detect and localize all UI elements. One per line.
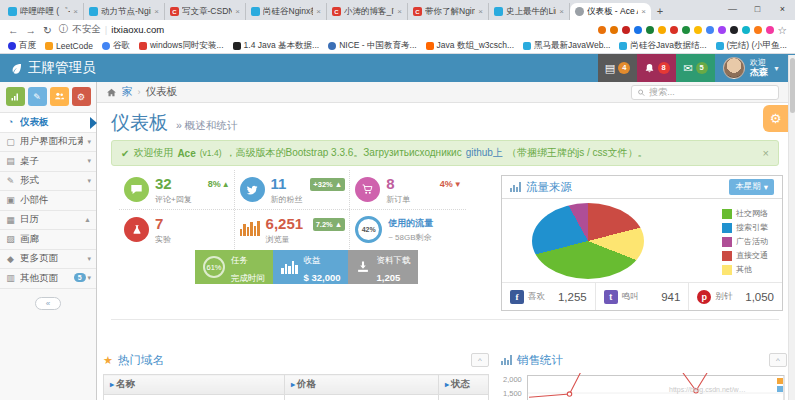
forward-icon[interactable]: → bbox=[26, 24, 37, 36]
edit-shortcut-button[interactable]: ✎ bbox=[28, 87, 47, 106]
new-tab-button[interactable]: + bbox=[651, 3, 669, 20]
sidebar-item-ui-elements[interactable]: ▢用户界面和元素▾ bbox=[0, 133, 96, 153]
dashboard-icon: ◔ bbox=[5, 117, 16, 127]
bookmark-item[interactable]: (完结) (小甲鱼... bbox=[716, 40, 787, 52]
column-header-name[interactable]: ▸名称 bbox=[104, 375, 285, 395]
extension-icon[interactable] bbox=[706, 26, 714, 34]
browser-tab[interactable]: 动力节点-Nginx-...× bbox=[84, 3, 165, 20]
column-header-status[interactable]: ▸状态 bbox=[438, 375, 488, 395]
users-shortcut-button[interactable] bbox=[50, 87, 69, 106]
alert-close-icon[interactable]: × bbox=[763, 147, 769, 159]
period-select-button[interactable]: 本星期▾ bbox=[729, 179, 774, 195]
github-link[interactable]: github上 bbox=[466, 146, 503, 160]
welcome-alert: ✔ 欢迎使用 Ace (v1.4) ，高级版本的Bootstrap 3.3.6。… bbox=[111, 140, 779, 166]
extension-icon[interactable] bbox=[730, 26, 738, 34]
sidebar-item-widgets[interactable]: ▣小部件 bbox=[0, 191, 96, 211]
close-icon[interactable]: × bbox=[154, 7, 159, 16]
legend-swatch bbox=[777, 386, 783, 392]
legend-swatch bbox=[722, 223, 732, 233]
close-icon[interactable]: × bbox=[397, 7, 402, 16]
close-icon[interactable]: × bbox=[641, 7, 646, 16]
search-input[interactable] bbox=[649, 87, 773, 97]
browser-tab[interactable]: 哔哩哔哩 (゜-゜)つ× bbox=[3, 3, 84, 20]
window-close-button[interactable]: × bbox=[770, 0, 795, 20]
close-icon[interactable]: × bbox=[478, 7, 483, 16]
bookmark-item[interactable]: windows同时安装... bbox=[139, 40, 224, 52]
sidebar-collapse-button[interactable]: « bbox=[35, 297, 61, 310]
tasks-button[interactable]: ▤ 4 bbox=[598, 54, 637, 82]
close-icon[interactable]: × bbox=[316, 7, 321, 16]
sidebar-item-dashboard[interactable]: ◔ 仪表板 bbox=[0, 113, 96, 133]
extension-icon[interactable] bbox=[598, 26, 606, 34]
tab-title: 写文章-CSDN博客 bbox=[182, 6, 232, 18]
bookmark-item[interactable]: 尚硅谷Java数据结... bbox=[619, 40, 706, 52]
close-icon[interactable]: × bbox=[559, 7, 564, 16]
collapse-button[interactable]: ^ bbox=[471, 353, 489, 367]
close-icon[interactable]: × bbox=[73, 7, 78, 16]
bookmark-item[interactable]: 百度 bbox=[8, 40, 36, 52]
close-icon[interactable]: × bbox=[235, 7, 240, 16]
sidebar-item-forms[interactable]: ✎形式▾ bbox=[0, 172, 96, 192]
extension-icon[interactable] bbox=[658, 26, 666, 34]
browser-tab[interactable]: 史上最牛的Linux...× bbox=[489, 3, 570, 20]
extension-icon[interactable] bbox=[682, 26, 690, 34]
check-icon: ✔ bbox=[121, 148, 129, 159]
scrollbar-thumb[interactable] bbox=[790, 58, 795, 113]
browser-tab[interactable]: 小涛的博客_IT小工× bbox=[327, 3, 408, 20]
bookmark-item[interactable]: NICE - 中国教育考... bbox=[328, 40, 416, 52]
bookmark-item[interactable]: 1.4 Java 基本数据... bbox=[233, 40, 320, 52]
url-box[interactable]: ⓘ 不安全 | itxiaoxu.com bbox=[59, 23, 164, 36]
downloads-widget: 资料下载1,205 bbox=[348, 250, 418, 284]
extension-icon[interactable] bbox=[694, 26, 702, 34]
messages-button[interactable]: ✉ 5 bbox=[676, 54, 715, 82]
donut-gauge: 42% bbox=[355, 216, 382, 243]
maximize-button[interactable]: □ bbox=[745, 0, 770, 20]
panel-title: 热门域名 bbox=[118, 353, 164, 368]
user-menu[interactable]: 欢迎杰森 ▼ bbox=[715, 54, 788, 82]
chevron-down-icon: ▾ bbox=[87, 157, 91, 165]
traffic-pie[interactable] bbox=[532, 203, 644, 279]
bookmark-item[interactable]: LeetCode bbox=[45, 41, 93, 51]
stats-shortcut-button[interactable] bbox=[6, 87, 25, 106]
app-navbar: 王牌管理员 ▤ 4 8 ✉ 5 欢迎杰森 ▼ bbox=[0, 54, 795, 82]
brand[interactable]: 王牌管理员 bbox=[0, 54, 106, 82]
settings-shortcut-button[interactable]: ⚙ bbox=[72, 87, 91, 106]
browser-tab-active[interactable]: 仪表板 - Ace Admin× bbox=[570, 3, 651, 20]
notifications-button[interactable]: 8 bbox=[637, 54, 676, 82]
collapse-button[interactable]: ^ bbox=[769, 353, 787, 367]
browser-tab[interactable]: 带你了解Nginx-...× bbox=[408, 3, 489, 20]
extension-icon[interactable] bbox=[718, 26, 726, 34]
browser-tab-strip: 哔哩哔哩 (゜-゜)つ× 动力节点-Nginx-...× 写文章-CSDN博客×… bbox=[0, 0, 720, 20]
search-box[interactable] bbox=[631, 85, 779, 100]
extension-icon[interactable] bbox=[622, 26, 630, 34]
bookmark-item[interactable]: 黑马最新JavaWeb... bbox=[523, 40, 610, 52]
extension-icon[interactable] bbox=[670, 26, 678, 34]
browser-tab[interactable]: 写文章-CSDN博客× bbox=[165, 3, 246, 20]
extension-icon[interactable] bbox=[742, 26, 750, 34]
sidebar-item-other-pages[interactable]: ▥其他页面5 ▾ bbox=[0, 269, 96, 289]
table-row[interactable] bbox=[104, 395, 489, 400]
bookmark-item[interactable]: 谷歌 bbox=[102, 40, 130, 52]
extension-icon[interactable] bbox=[754, 26, 762, 34]
bookmark-item[interactable]: Java 数组_w3csch... bbox=[426, 40, 514, 52]
sidebar-item-gallery[interactable]: ▨画廊 bbox=[0, 230, 96, 250]
url-text[interactable]: itxiaoxu.com bbox=[111, 24, 164, 35]
page-scrollbar[interactable] bbox=[788, 55, 795, 400]
bookmark-star-icon[interactable]: ☆ bbox=[778, 24, 787, 36]
column-header-price[interactable]: ▸价格 bbox=[284, 375, 438, 395]
sidebar-item-calendar[interactable]: ▦日历▲ bbox=[0, 211, 96, 231]
reload-icon[interactable]: ↻ bbox=[43, 24, 52, 36]
sidebar-item-more-pages[interactable]: ◆更多页面▾ bbox=[0, 250, 96, 270]
extension-icon[interactable] bbox=[646, 26, 654, 34]
sales-legend bbox=[777, 378, 783, 392]
minimize-button[interactable]: — bbox=[720, 0, 745, 20]
settings-gear-button[interactable]: ⚙ bbox=[763, 105, 788, 132]
info-icon[interactable]: ⓘ bbox=[59, 23, 69, 36]
browser-tab[interactable]: 尚硅谷Nginx教程× bbox=[246, 3, 327, 20]
back-icon[interactable]: ← bbox=[8, 24, 19, 36]
sidebar-item-tables[interactable]: ▤桌子▾ bbox=[0, 152, 96, 172]
extension-icon[interactable] bbox=[766, 26, 774, 34]
extension-icon[interactable] bbox=[610, 26, 618, 34]
breadcrumb-home[interactable]: 家 bbox=[122, 85, 133, 99]
extension-icon[interactable] bbox=[634, 26, 642, 34]
